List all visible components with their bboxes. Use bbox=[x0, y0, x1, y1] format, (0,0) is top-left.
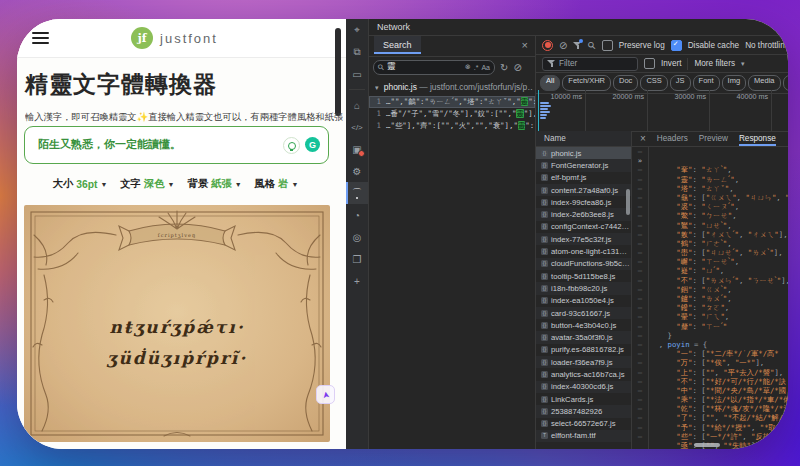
record-icon[interactable] bbox=[542, 40, 553, 51]
search-result-row[interactable]: 1 …番"/"子","雪"/"冬"],"鈫":["","靈"],"褄":… bbox=[369, 108, 535, 120]
more-filters-dropdown[interactable]: More filters bbox=[694, 59, 735, 68]
elements-icon[interactable]: </> bbox=[346, 116, 368, 138]
network-search-icon[interactable]: ⚲ bbox=[586, 39, 599, 52]
console-icon[interactable]: ▣ bbox=[346, 138, 368, 160]
clear-network-log-icon[interactable]: ⊘ bbox=[559, 40, 567, 51]
index-77e5c32f.js[interactable]: index-77e5c32f.js bbox=[536, 233, 631, 245]
converter-dropdown[interactable]: 風格 岩 ▼ bbox=[255, 177, 299, 191]
close-icon[interactable]: × bbox=[522, 39, 528, 51]
filter-funnel-icon[interactable] bbox=[573, 41, 582, 50]
request-name: card-93c61667.js bbox=[551, 309, 610, 318]
index-ea1050e4.js[interactable]: index-ea1050e4.js bbox=[536, 295, 631, 307]
filter-chip[interactable]: JS bbox=[670, 75, 691, 91]
clear-results-icon[interactable]: ⊘ bbox=[513, 62, 521, 73]
justfont-logo[interactable]: jf justfont bbox=[17, 26, 332, 50]
search-input[interactable]: ⚲ 靈 ⊗ .* Aa bbox=[373, 60, 495, 75]
filter-chip[interactable]: Manifest bbox=[783, 75, 788, 91]
index-99cfea86.js[interactable]: index-99cfea86.js bbox=[536, 196, 631, 208]
response-code-line: "翬": "ㄏㄟ", bbox=[650, 312, 788, 321]
atom-one-light-c131…[interactable]: atom-one-light-c131… bbox=[536, 245, 631, 257]
LinkCards.js[interactable]: LinkCards.js bbox=[536, 393, 631, 405]
avatar-35a0f3f0.js[interactable]: avatar-35a0f3f0.js bbox=[536, 331, 631, 343]
response-hscrollbar-thumb[interactable] bbox=[694, 443, 720, 447]
elf-bpmf.js[interactable]: elf-bpmf.js bbox=[536, 172, 631, 184]
search-result-row[interactable]: 1 …"","鸙":"ㄌㄧㄥˊ","塔":"ㄊㄚˇ","靈":["ㄍ… bbox=[369, 96, 535, 108]
network-overview-timeline[interactable]: 10000 ms20000 ms30000 ms40000 ms bbox=[536, 90, 788, 132]
file-type-icon bbox=[541, 371, 548, 378]
index-2e6b3ee8.js[interactable]: index-2e6b3ee8.js bbox=[536, 208, 631, 220]
preserve-log-label: Preserve log bbox=[619, 41, 665, 50]
content.27a48af0.js[interactable]: content.27a48af0.js bbox=[536, 184, 631, 196]
application-icon[interactable]: ❐ bbox=[346, 248, 368, 270]
filter-input[interactable]: Filter bbox=[542, 57, 638, 71]
file-type-icon bbox=[541, 174, 548, 181]
debugger-icon[interactable]: ⚙ bbox=[346, 160, 368, 182]
timeline-gridline bbox=[709, 90, 710, 131]
search-result-row[interactable]: 1 …"些"],"齊":["","火","","衰"],"靈":["","剗/… bbox=[369, 120, 535, 132]
inspect-icon[interactable]: ⌖ bbox=[346, 19, 368, 41]
invert-label: Invert bbox=[661, 59, 681, 68]
filter-chip[interactable]: All bbox=[540, 75, 560, 91]
name-column-header[interactable]: Name bbox=[536, 131, 631, 147]
regex-toggle-icon[interactable]: .* bbox=[474, 64, 479, 71]
preserve-log-checkbox[interactable] bbox=[602, 40, 613, 51]
tab-search[interactable]: Search bbox=[374, 36, 421, 54]
elffont-fam.ttf[interactable]: elffont-fam.ttf bbox=[536, 430, 631, 442]
converter-dropdown[interactable]: 文字 深色 ▼ bbox=[120, 177, 174, 191]
filter-chip[interactable]: CSS bbox=[640, 75, 667, 91]
FontGenerator.js[interactable]: FontGenerator.js bbox=[536, 159, 631, 171]
filter-chip[interactable]: Img bbox=[722, 75, 747, 91]
activity-bar-divider bbox=[349, 89, 365, 90]
filter-chip[interactable]: Media bbox=[748, 75, 780, 91]
filter-chip[interactable]: Fetch/XHR bbox=[562, 75, 611, 91]
loader-f36ea7f9.js[interactable]: loader-f36ea7f9.js bbox=[536, 356, 631, 368]
memory-icon[interactable]: ◎ bbox=[346, 226, 368, 248]
converter-text-input[interactable]: 陌生又熟悉，你一定能讀懂。 G bbox=[24, 126, 329, 164]
cloudFunctions-9b5c…[interactable]: cloudFunctions-9b5c… bbox=[536, 258, 631, 270]
converter-dropdown[interactable]: 大小 36pt ▼ bbox=[53, 177, 108, 191]
file-type-icon bbox=[541, 346, 548, 353]
phonic.js[interactable]: phonic.js bbox=[536, 147, 631, 159]
file-type-icon bbox=[541, 223, 548, 230]
detail-tab[interactable]: Preview bbox=[699, 131, 728, 146]
request-list-scrollbar-thumb[interactable] bbox=[626, 189, 630, 215]
close-detail-icon[interactable]: × bbox=[640, 133, 646, 144]
button-4e3b04c0.js[interactable]: button-4e3b04c0.js bbox=[536, 319, 631, 331]
throttling-dropdown[interactable]: No throttlin bbox=[745, 41, 785, 50]
configContext-c7442…[interactable]: configContext-c7442… bbox=[536, 221, 631, 233]
tooltip-5d115be8.js[interactable]: tooltip-5d115be8.js bbox=[536, 270, 631, 282]
analytics-ac16b7ca.js[interactable]: analytics-ac16b7ca.js bbox=[536, 368, 631, 380]
response-viewer[interactable]: –»–––––––––––––––––––––––––––––– "羍": "ㄊ… bbox=[632, 147, 788, 449]
refresh-icon[interactable]: ↻ bbox=[500, 62, 508, 73]
lightbulb-extension-icon[interactable] bbox=[283, 137, 300, 154]
cursor-extension-badge[interactable]: ➤ bbox=[316, 385, 335, 404]
performance-icon[interactable]: ◔ bbox=[346, 204, 368, 226]
page-scrollbar-thumb[interactable] bbox=[335, 28, 341, 116]
clear-query-icon[interactable]: ⊗ bbox=[465, 63, 471, 71]
home-icon[interactable]: ⌂ bbox=[346, 94, 368, 116]
select-66572e67.js[interactable]: select-66572e67.js bbox=[536, 418, 631, 430]
dock-window-icon[interactable]: ▭ bbox=[346, 63, 368, 85]
invert-checkbox[interactable] bbox=[644, 58, 655, 69]
index-40300cd6.js[interactable]: index-40300cd6.js bbox=[536, 381, 631, 393]
file-type-icon bbox=[541, 383, 548, 390]
i18n-fbb98c20.js[interactable]: i18n-fbb98c20.js bbox=[536, 282, 631, 294]
detail-tab[interactable]: Headers bbox=[657, 131, 688, 146]
purify.es-68816782.js[interactable]: purify.es-68816782.js bbox=[536, 344, 631, 356]
disable-cache-checkbox[interactable] bbox=[671, 40, 682, 51]
filter-chip[interactable]: Font bbox=[693, 75, 720, 91]
network-icon[interactable]: ⌒ bbox=[346, 182, 368, 204]
filter-chip[interactable]: Doc bbox=[613, 75, 638, 91]
load-event-marker bbox=[538, 90, 539, 131]
detail-tab[interactable]: Response bbox=[739, 131, 776, 146]
response-code-line: "乾": ["*杯/*魂/攻*/*隆*/*淨 bbox=[650, 404, 788, 413]
device-toolbar-icon[interactable]: ⧉ bbox=[346, 41, 368, 63]
converter-dropdown[interactable]: 背景 紙張 ▼ bbox=[187, 177, 241, 191]
card-93c61667.js[interactable]: card-93c61667.js bbox=[536, 307, 631, 319]
request-name: tooltip-5d115be8.js bbox=[551, 272, 615, 281]
253887482926[interactable]: 253887482926 bbox=[536, 405, 631, 417]
match-case-toggle-icon[interactable]: Aa bbox=[481, 64, 490, 71]
more-tools-icon[interactable]: + bbox=[346, 270, 368, 292]
grammarly-icon[interactable]: G bbox=[305, 137, 320, 152]
search-result-file-header[interactable]: ▾ phonic.js — justfont.com/justforfun/js… bbox=[375, 82, 533, 92]
